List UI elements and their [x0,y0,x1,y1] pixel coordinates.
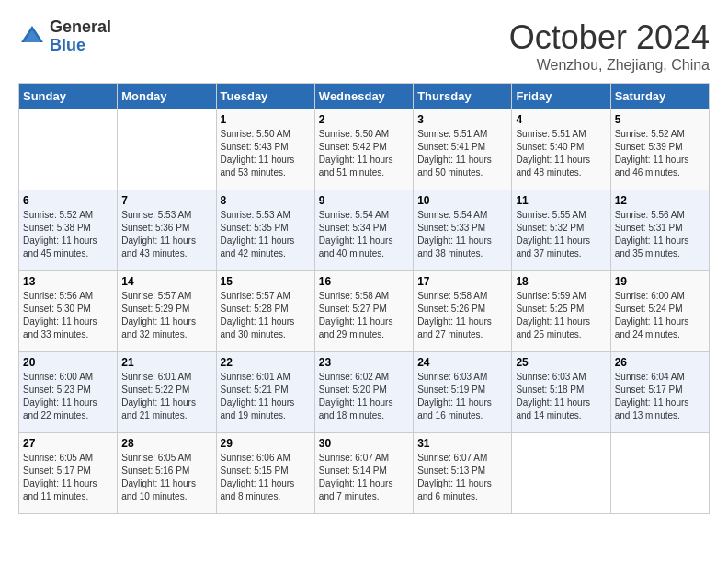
calendar-cell: 4Sunrise: 5:51 AM Sunset: 5:40 PM Daylig… [512,109,610,190]
day-number: 31 [417,437,507,450]
week-row-3: 13Sunrise: 5:56 AM Sunset: 5:30 PM Dayli… [19,271,710,352]
calendar-cell: 25Sunrise: 6:03 AM Sunset: 5:18 PM Dayli… [512,352,610,433]
weekday-header-row: SundayMondayTuesdayWednesdayThursdayFrid… [19,84,710,109]
logo-blue: Blue [50,36,85,54]
day-info: Sunrise: 6:00 AM Sunset: 5:24 PM Dayligh… [615,290,705,341]
weekday-header-tuesday: Tuesday [216,84,314,109]
logo-icon [18,23,46,51]
day-number: 1 [221,113,311,126]
day-info: Sunrise: 5:52 AM Sunset: 5:39 PM Dayligh… [615,128,705,179]
month-title: October 2024 [509,18,710,57]
calendar-cell: 30Sunrise: 6:07 AM Sunset: 5:14 PM Dayli… [314,433,413,514]
day-number: 28 [121,437,211,450]
day-info: Sunrise: 5:59 AM Sunset: 5:25 PM Dayligh… [516,290,606,341]
weekday-header-sunday: Sunday [19,84,118,109]
week-row-4: 20Sunrise: 6:00 AM Sunset: 5:23 PM Dayli… [19,352,710,433]
day-info: Sunrise: 6:04 AM Sunset: 5:17 PM Dayligh… [615,371,705,422]
calendar-cell: 7Sunrise: 5:53 AM Sunset: 5:36 PM Daylig… [118,190,216,271]
week-row-2: 6Sunrise: 5:52 AM Sunset: 5:38 PM Daylig… [19,190,710,271]
day-number: 25 [516,356,606,369]
day-info: Sunrise: 5:53 AM Sunset: 5:35 PM Dayligh… [221,209,311,260]
location: Wenzhou, Zhejiang, China [509,57,710,74]
calendar-cell: 1Sunrise: 5:50 AM Sunset: 5:43 PM Daylig… [216,109,314,190]
calendar-cell: 8Sunrise: 5:53 AM Sunset: 5:35 PM Daylig… [216,190,314,271]
weekday-header-thursday: Thursday [414,84,512,109]
logo-general: General [50,17,111,36]
day-info: Sunrise: 6:06 AM Sunset: 5:15 PM Dayligh… [221,452,311,503]
calendar-cell [512,433,610,514]
calendar-cell: 20Sunrise: 6:00 AM Sunset: 5:23 PM Dayli… [19,352,118,433]
day-number: 13 [23,275,113,288]
day-number: 20 [23,356,113,369]
day-info: Sunrise: 6:01 AM Sunset: 5:22 PM Dayligh… [121,371,211,422]
calendar-cell: 23Sunrise: 6:02 AM Sunset: 5:20 PM Dayli… [314,352,413,433]
day-number: 2 [319,113,409,126]
day-info: Sunrise: 5:52 AM Sunset: 5:38 PM Dayligh… [23,209,113,260]
day-info: Sunrise: 6:03 AM Sunset: 5:18 PM Dayligh… [516,371,606,422]
day-number: 8 [221,194,311,207]
day-info: Sunrise: 6:05 AM Sunset: 5:16 PM Dayligh… [121,452,211,503]
calendar-cell: 6Sunrise: 5:52 AM Sunset: 5:38 PM Daylig… [19,190,118,271]
day-info: Sunrise: 6:01 AM Sunset: 5:21 PM Dayligh… [221,371,311,422]
calendar-cell: 26Sunrise: 6:04 AM Sunset: 5:17 PM Dayli… [610,352,709,433]
calendar-cell: 10Sunrise: 5:54 AM Sunset: 5:33 PM Dayli… [414,190,512,271]
calendar-cell: 28Sunrise: 6:05 AM Sunset: 5:16 PM Dayli… [118,433,216,514]
page-header: General Blue October 2024 Wenzhou, Zheji… [18,18,710,74]
calendar-cell: 12Sunrise: 5:56 AM Sunset: 5:31 PM Dayli… [610,190,709,271]
week-row-5: 27Sunrise: 6:05 AM Sunset: 5:17 PM Dayli… [19,433,710,514]
day-info: Sunrise: 6:07 AM Sunset: 5:13 PM Dayligh… [417,452,507,503]
day-info: Sunrise: 5:57 AM Sunset: 5:29 PM Dayligh… [121,290,211,341]
calendar-cell: 27Sunrise: 6:05 AM Sunset: 5:17 PM Dayli… [19,433,118,514]
day-info: Sunrise: 5:57 AM Sunset: 5:28 PM Dayligh… [221,290,311,341]
calendar-cell: 5Sunrise: 5:52 AM Sunset: 5:39 PM Daylig… [610,109,709,190]
calendar-cell: 2Sunrise: 5:50 AM Sunset: 5:42 PM Daylig… [314,109,413,190]
weekday-header-wednesday: Wednesday [314,84,413,109]
day-info: Sunrise: 6:07 AM Sunset: 5:14 PM Dayligh… [319,452,409,503]
week-row-1: 1Sunrise: 5:50 AM Sunset: 5:43 PM Daylig… [19,109,710,190]
weekday-header-saturday: Saturday [610,84,709,109]
day-info: Sunrise: 5:56 AM Sunset: 5:30 PM Dayligh… [23,290,113,341]
day-number: 3 [417,113,507,126]
calendar-cell: 3Sunrise: 5:51 AM Sunset: 5:41 PM Daylig… [414,109,512,190]
day-info: Sunrise: 5:58 AM Sunset: 5:26 PM Dayligh… [417,290,507,341]
day-info: Sunrise: 5:56 AM Sunset: 5:31 PM Dayligh… [615,209,705,260]
day-number: 9 [319,194,409,207]
day-info: Sunrise: 5:53 AM Sunset: 5:36 PM Dayligh… [121,209,211,260]
calendar-cell [610,433,709,514]
calendar-cell: 19Sunrise: 6:00 AM Sunset: 5:24 PM Dayli… [610,271,709,352]
day-number: 23 [319,356,409,369]
logo-text: General Blue [50,18,111,55]
day-number: 24 [417,356,507,369]
weekday-header-monday: Monday [118,84,216,109]
day-info: Sunrise: 5:55 AM Sunset: 5:32 PM Dayligh… [516,209,606,260]
day-number: 22 [221,356,311,369]
day-info: Sunrise: 6:02 AM Sunset: 5:20 PM Dayligh… [319,371,409,422]
day-info: Sunrise: 5:50 AM Sunset: 5:43 PM Dayligh… [221,128,311,179]
calendar-table: SundayMondayTuesdayWednesdayThursdayFrid… [18,83,710,514]
calendar-cell: 18Sunrise: 5:59 AM Sunset: 5:25 PM Dayli… [512,271,610,352]
calendar-cell: 17Sunrise: 5:58 AM Sunset: 5:26 PM Dayli… [414,271,512,352]
calendar-cell: 21Sunrise: 6:01 AM Sunset: 5:22 PM Dayli… [118,352,216,433]
day-number: 14 [121,275,211,288]
day-number: 5 [615,113,705,126]
calendar-cell: 24Sunrise: 6:03 AM Sunset: 5:19 PM Dayli… [414,352,512,433]
calendar-cell: 22Sunrise: 6:01 AM Sunset: 5:21 PM Dayli… [216,352,314,433]
calendar-cell: 14Sunrise: 5:57 AM Sunset: 5:29 PM Dayli… [118,271,216,352]
calendar-cell: 31Sunrise: 6:07 AM Sunset: 5:13 PM Dayli… [414,433,512,514]
day-info: Sunrise: 5:58 AM Sunset: 5:27 PM Dayligh… [319,290,409,341]
weekday-header-friday: Friday [512,84,610,109]
day-number: 26 [615,356,705,369]
day-number: 10 [417,194,507,207]
calendar-cell: 16Sunrise: 5:58 AM Sunset: 5:27 PM Dayli… [314,271,413,352]
day-number: 17 [417,275,507,288]
day-info: Sunrise: 6:03 AM Sunset: 5:19 PM Dayligh… [417,371,507,422]
day-info: Sunrise: 5:51 AM Sunset: 5:41 PM Dayligh… [417,128,507,179]
calendar-cell: 15Sunrise: 5:57 AM Sunset: 5:28 PM Dayli… [216,271,314,352]
day-number: 7 [121,194,211,207]
title-block: October 2024 Wenzhou, Zhejiang, China [509,18,710,74]
calendar-cell [118,109,216,190]
day-info: Sunrise: 5:54 AM Sunset: 5:33 PM Dayligh… [417,209,507,260]
day-info: Sunrise: 5:54 AM Sunset: 5:34 PM Dayligh… [319,209,409,260]
day-info: Sunrise: 5:50 AM Sunset: 5:42 PM Dayligh… [319,128,409,179]
day-number: 11 [516,194,606,207]
